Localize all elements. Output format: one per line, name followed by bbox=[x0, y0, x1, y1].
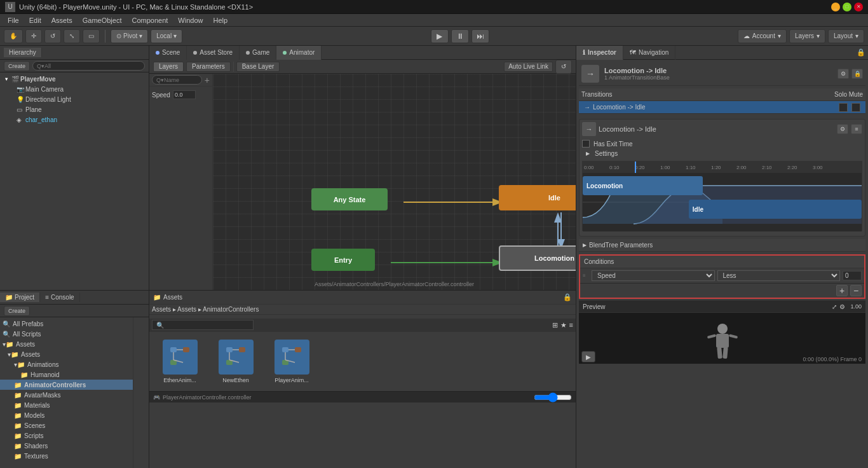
hierarchy-item-charethan[interactable]: ◈ char_ethan bbox=[0, 114, 149, 125]
animator-canvas[interactable]: Any State Entry Idle Locomotion Assets/A… bbox=[213, 74, 576, 290]
animator-tab[interactable]: Animator bbox=[276, 46, 322, 60]
params-search-input[interactable] bbox=[152, 75, 202, 85]
console-tab[interactable]: ≡ Console bbox=[40, 292, 80, 302]
inspector-lock-icon[interactable]: 🔒 bbox=[857, 48, 865, 57]
auto-live-link-button[interactable]: Auto Live Link bbox=[504, 62, 553, 72]
assets-lock-icon[interactable]: 🔒 bbox=[563, 293, 572, 301]
game-tab[interactable]: Game bbox=[240, 46, 276, 60]
preview-settings-icon[interactable]: ⚙ bbox=[839, 303, 845, 310]
preview-play-icon[interactable]: ▶ bbox=[581, 351, 595, 362]
scene-tab[interactable]: Scene bbox=[149, 46, 187, 60]
assets-view-icon-2[interactable]: ★ bbox=[560, 321, 567, 329]
condition-value-input[interactable] bbox=[843, 271, 862, 280]
project-item-allscripts[interactable]: 🔍 All Scripts bbox=[0, 329, 133, 339]
condition-param-dropdown[interactable]: Speed bbox=[592, 270, 715, 281]
add-condition-button[interactable]: + bbox=[836, 285, 848, 296]
any-state-node[interactable]: Any State bbox=[311, 188, 388, 210]
blend-tree-header[interactable]: ▶ BlendTree Parameters bbox=[579, 239, 865, 252]
transition-solo-checkbox[interactable] bbox=[839, 103, 848, 112]
timeline-idle-track[interactable]: Idle bbox=[689, 200, 862, 219]
project-item-scripts[interactable]: 📁 Scripts bbox=[0, 430, 133, 441]
navigation-tab[interactable]: 🗺 Navigation bbox=[623, 46, 675, 60]
step-button[interactable]: ⏭ bbox=[471, 29, 489, 43]
locomotion-node[interactable]: Locomotion bbox=[499, 245, 576, 271]
preview-maximize-icon[interactable]: ⤢ bbox=[832, 303, 837, 310]
menu-assets[interactable]: Assets bbox=[46, 15, 78, 25]
project-item-materials[interactable]: 📁 Materials bbox=[0, 400, 133, 410]
preview-play-button[interactable]: ▶ bbox=[581, 351, 595, 362]
inspector-tab[interactable]: ℹ Inspector bbox=[576, 46, 623, 60]
project-item-animcontrollers[interactable]: 📁 AnimatorControllers bbox=[0, 380, 133, 390]
assets-view-icon-1[interactable]: ⊞ bbox=[552, 321, 558, 329]
asset-item-newethen[interactable]: NewEthen bbox=[210, 337, 261, 386]
add-param-button[interactable]: + bbox=[205, 75, 210, 85]
config-gear-btn[interactable]: ≡ bbox=[851, 124, 862, 134]
local-button[interactable]: Local ▾ bbox=[151, 29, 182, 43]
play-button[interactable]: ▶ bbox=[431, 29, 449, 43]
asset-store-tab[interactable]: Asset Store bbox=[187, 46, 240, 60]
project-item-scenes[interactable]: 📁 Scenes bbox=[0, 420, 133, 430]
project-item-textures[interactable]: 📁 Textures bbox=[0, 451, 133, 461]
project-item-humanoid[interactable]: 📁 Humanoid bbox=[0, 369, 133, 380]
condition-comparison-dropdown[interactable]: Less bbox=[717, 270, 841, 281]
close-button[interactable]: ✕ bbox=[854, 3, 863, 11]
anim-layers-tab[interactable]: Layers bbox=[153, 62, 184, 72]
hierarchy-item-directionallight[interactable]: 💡 Directional Light bbox=[0, 94, 149, 104]
settings-expandable[interactable]: ▶ Settings bbox=[582, 149, 862, 158]
transition-list-item[interactable]: → Locomotion -> Idle bbox=[579, 101, 865, 114]
idle-node[interactable]: Idle bbox=[499, 185, 576, 210]
move-tool-button[interactable]: ✛ bbox=[25, 29, 42, 43]
project-item-models[interactable]: 📁 Models bbox=[0, 410, 133, 420]
project-item-avatarmasks[interactable]: 📁 AvatarMasks bbox=[0, 390, 133, 400]
param-speed-input[interactable] bbox=[173, 90, 196, 99]
inspector-settings-icon[interactable]: ⚙ bbox=[837, 69, 849, 79]
menu-window[interactable]: Window bbox=[173, 15, 208, 25]
inspector-lock-btn[interactable]: 🔒 bbox=[851, 69, 863, 79]
anim-parameters-tab[interactable]: Parameters bbox=[186, 62, 231, 72]
hierarchy-tab[interactable]: Hierarchy bbox=[4, 48, 42, 57]
minimize-button[interactable]: _ bbox=[831, 3, 840, 11]
layers-dropdown[interactable]: Layers ▾ bbox=[789, 29, 825, 43]
remove-condition-button[interactable]: − bbox=[850, 285, 862, 296]
hierarchy-item-plane[interactable]: ▭ Plane bbox=[0, 104, 149, 114]
project-item-shaders[interactable]: 📁 Shaders bbox=[0, 441, 133, 451]
hierarchy-search-input[interactable] bbox=[32, 61, 145, 71]
timeline-locomotion-track[interactable]: Locomotion bbox=[583, 176, 703, 195]
transition-mute-checkbox[interactable] bbox=[851, 103, 860, 112]
menu-edit[interactable]: Edit bbox=[24, 15, 46, 25]
project-item-animations[interactable]: ▾📁 Animations bbox=[0, 359, 133, 369]
menu-help[interactable]: Help bbox=[208, 15, 233, 25]
assets-view-icon-3[interactable]: ≡ bbox=[569, 321, 573, 329]
rect-tool-button[interactable]: ▭ bbox=[83, 29, 100, 43]
zoom-slider[interactable] bbox=[534, 394, 572, 401]
scale-tool-button[interactable]: ⤡ bbox=[64, 29, 80, 43]
project-item-assets[interactable]: ▾📁 Assets bbox=[0, 349, 133, 359]
window-controls[interactable]: _ □ ✕ bbox=[831, 3, 863, 11]
account-dropdown[interactable]: ☁ Account ▾ bbox=[738, 29, 787, 43]
hierarchy-item-playermove[interactable]: ▾ 🎬 PlayerMove bbox=[0, 74, 149, 84]
assets-search-input[interactable] bbox=[152, 320, 254, 330]
entry-node[interactable]: Entry bbox=[311, 249, 375, 271]
pause-button[interactable]: ⏸ bbox=[451, 29, 469, 43]
rotate-tool-button[interactable]: ↺ bbox=[44, 29, 61, 43]
has-exit-time-checkbox[interactable] bbox=[582, 140, 590, 148]
project-create-button[interactable]: Create bbox=[4, 306, 30, 316]
pivot-button[interactable]: ⊙ Pivot ▾ bbox=[111, 29, 148, 43]
asset-item-ethanim[interactable]: EthenAnim... bbox=[154, 337, 205, 386]
project-tab[interactable]: 📁 Project bbox=[0, 292, 40, 302]
condition-drag-handle[interactable]: ≡ bbox=[583, 273, 589, 279]
hierarchy-create-button[interactable]: Create bbox=[4, 61, 30, 71]
asset-item-playeranim[interactable]: PlayerAnim... bbox=[266, 337, 317, 386]
menu-file[interactable]: File bbox=[3, 15, 24, 25]
animator-refresh-button[interactable]: ↺ bbox=[555, 60, 572, 74]
layout-dropdown[interactable]: Layout ▾ bbox=[828, 29, 864, 43]
menu-component[interactable]: Component bbox=[126, 15, 173, 25]
anim-controller-svg-2 bbox=[225, 346, 247, 368]
maximize-button[interactable]: □ bbox=[843, 3, 851, 11]
hand-tool-button[interactable]: ✋ bbox=[4, 29, 23, 43]
config-settings-btn[interactable]: ⚙ bbox=[837, 124, 848, 134]
project-item-allprefabs[interactable]: 🔍 All Prefabs bbox=[0, 319, 133, 329]
project-item-assets-root[interactable]: ▾📁 Assets bbox=[0, 339, 133, 349]
hierarchy-item-maincamera[interactable]: 📷 Main Camera bbox=[0, 84, 149, 94]
menu-gameobject[interactable]: GameObject bbox=[78, 15, 127, 25]
